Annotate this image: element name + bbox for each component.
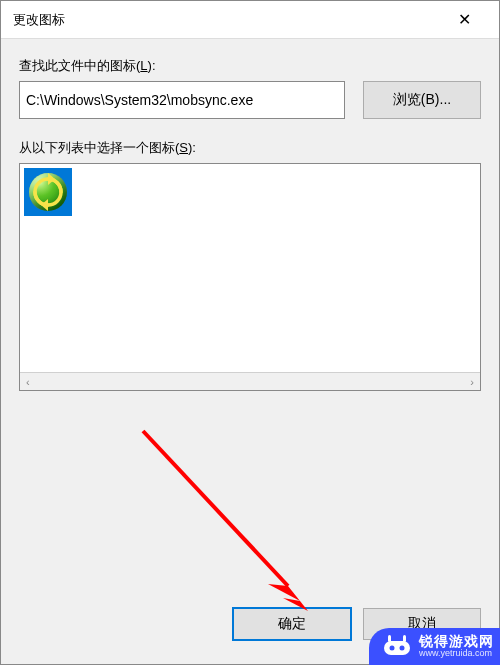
path-row: 浏览(B)... — [19, 81, 481, 119]
watermark-text: 锐得游戏网 www.yetruida.com — [419, 634, 494, 659]
icon-list-container: ‹ › — [19, 163, 481, 391]
lookfor-hotkey: L — [140, 58, 147, 73]
close-icon: ✕ — [458, 10, 471, 29]
ok-button[interactable]: 确定 — [233, 608, 351, 640]
watermark: 锐得游戏网 www.yetruida.com — [369, 628, 500, 665]
lookfor-suffix: ): — [148, 58, 156, 73]
scroll-left-icon[interactable]: ‹ — [26, 376, 30, 388]
titlebar: 更改图标 ✕ — [1, 1, 499, 39]
horizontal-scrollbar[interactable]: ‹ › — [20, 372, 480, 390]
close-button[interactable]: ✕ — [441, 5, 487, 35]
browse-button[interactable]: 浏览(B)... — [363, 81, 481, 119]
svg-rect-9 — [403, 635, 406, 642]
select-hotkey: S — [179, 140, 188, 155]
svg-rect-5 — [384, 641, 410, 655]
select-suffix: ): — [188, 140, 196, 155]
lookfor-text: 查找此文件中的图标( — [19, 58, 140, 73]
browse-button-label: 浏览(B)... — [393, 91, 451, 109]
watermark-line1: 锐得游戏网 — [419, 634, 494, 649]
select-text: 从以下列表中选择一个图标( — [19, 140, 179, 155]
icon-item-selected[interactable] — [24, 168, 72, 216]
lookfor-label: 查找此文件中的图标(L): — [19, 57, 481, 75]
select-label: 从以下列表中选择一个图标(S): — [19, 139, 481, 157]
dialog-title: 更改图标 — [13, 11, 441, 29]
watermark-line2: www.yetruida.com — [419, 649, 494, 659]
watermark-logo-icon — [383, 635, 411, 657]
sync-icon — [29, 173, 67, 211]
svg-point-7 — [400, 646, 405, 651]
icon-path-input[interactable] — [19, 81, 345, 119]
change-icon-dialog: 更改图标 ✕ 查找此文件中的图标(L): 浏览(B)... 从以下列表中选择一个… — [0, 0, 500, 665]
svg-point-6 — [390, 646, 395, 651]
ok-button-label: 确定 — [278, 615, 306, 633]
dialog-content: 查找此文件中的图标(L): 浏览(B)... 从以下列表中选择一个图标(S): — [1, 39, 499, 608]
svg-rect-8 — [388, 635, 391, 642]
icon-list[interactable] — [20, 164, 480, 372]
svg-marker-1 — [41, 199, 48, 211]
scroll-right-icon[interactable]: › — [470, 376, 474, 388]
